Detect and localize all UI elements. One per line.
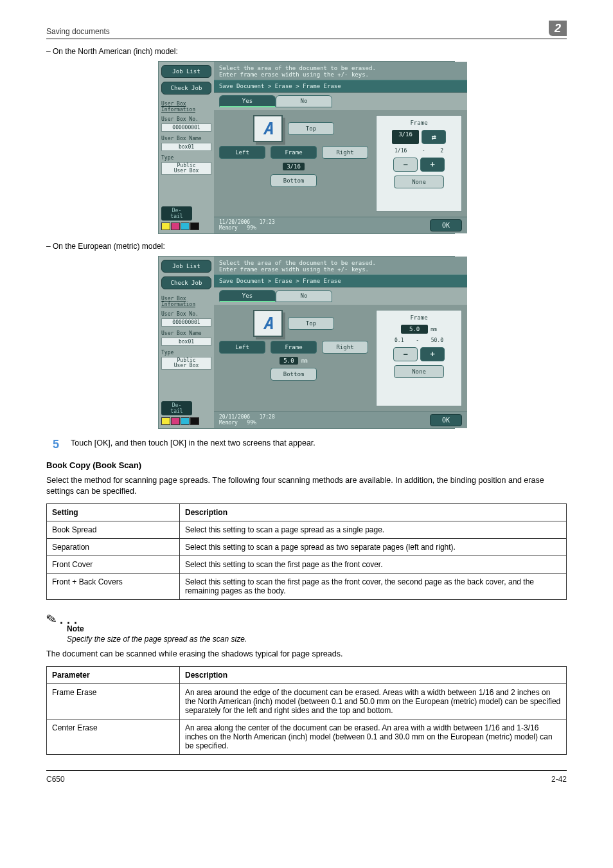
- left-button[interactable]: Left: [219, 341, 265, 354]
- color-indicator: [161, 415, 211, 425]
- chapter-badge: 2: [549, 21, 567, 36]
- userbox-info-label: User Box Information: [161, 101, 211, 113]
- table-row: Frame EraseAn area around the edge of th…: [47, 683, 567, 719]
- instruction-text: Select the area of the document to be er…: [214, 62, 467, 80]
- tab-no[interactable]: No: [276, 290, 332, 302]
- book-copy-intro: Select the method for scanning page spre…: [46, 475, 567, 497]
- bottom-button[interactable]: Bottom: [271, 174, 317, 187]
- note-text: Specify the size of the page spread as t…: [67, 635, 567, 644]
- step-text: Touch [OK], and then touch [OK] in the n…: [71, 438, 315, 449]
- frame-button[interactable]: Frame: [271, 146, 317, 159]
- parameter-table: Parameter Description Frame EraseAn area…: [46, 666, 567, 755]
- top-button[interactable]: Top: [288, 317, 334, 330]
- bullet-eu-text: On the European (metric) model:: [53, 242, 165, 251]
- frame-button[interactable]: Frame: [271, 341, 317, 354]
- plus-button[interactable]: +: [420, 347, 445, 361]
- detail-button[interactable]: De- tail: [161, 401, 192, 415]
- minus-button[interactable]: −: [393, 158, 418, 172]
- width-value: 3/16: [283, 163, 305, 170]
- range-min: 1/16: [395, 148, 407, 154]
- userbox-info-label: User Box Information: [161, 296, 211, 307]
- bullet-na: – On the North American (inch) model:: [46, 47, 567, 56]
- device-screen-eu: Job List Check Job User Box Information …: [158, 256, 455, 429]
- th-description: Description: [180, 503, 567, 521]
- footer-right: 2-42: [551, 775, 567, 784]
- table-row: Book SpreadSelect this setting to scan a…: [47, 521, 567, 538]
- left-button[interactable]: Left: [219, 146, 265, 159]
- range-min: 0.1: [395, 338, 404, 343]
- width-unit: mm: [301, 357, 308, 364]
- userbox-no-label: User Box No.: [161, 311, 211, 317]
- frame-side-panel: Frame 5.0 mm 0.1 - 50.0 −: [376, 310, 462, 406]
- frame-side-panel: Frame 3/16 ⇄ 1/16 - 2 −: [376, 115, 462, 212]
- check-job-button[interactable]: Check Job: [161, 276, 211, 289]
- userbox-name-value: box01: [161, 143, 211, 151]
- detail-button[interactable]: De- tail: [161, 206, 192, 221]
- th-parameter: Parameter: [47, 666, 180, 683]
- book-copy-heading: Book Copy (Book Scan): [46, 460, 567, 470]
- status-datetime: 20/11/2006 17:28 Memory 99%: [219, 415, 275, 426]
- type-value: Public User Box: [161, 357, 211, 370]
- type-label: Type: [161, 155, 211, 161]
- status-datetime: 11/20/2006 17:23 Memory 99%: [219, 220, 275, 231]
- footer-left: C650: [46, 775, 65, 784]
- color-indicator: [161, 221, 211, 230]
- side-title: Frame: [410, 120, 427, 126]
- tab-yes[interactable]: Yes: [219, 290, 276, 302]
- ok-button[interactable]: OK: [430, 414, 462, 426]
- userbox-name-value: box01: [161, 338, 211, 346]
- job-list-button[interactable]: Job List: [161, 65, 211, 78]
- bullet-na-text: On the North American (inch) model:: [53, 47, 178, 56]
- type-value: Public User Box: [161, 162, 211, 175]
- breadcrumb: Save Document > Erase > Frame Erase: [214, 80, 467, 93]
- type-label: Type: [161, 350, 211, 356]
- settings-table: Setting Description Book SpreadSelect th…: [46, 503, 567, 600]
- none-button[interactable]: None: [394, 176, 444, 188]
- userbox-no-value: 000000001: [161, 318, 211, 327]
- table-row: Front CoverSelect this setting to scan t…: [47, 556, 567, 573]
- instruction-text: Select the area of the document to be er…: [214, 257, 467, 275]
- tab-no[interactable]: No: [276, 95, 332, 107]
- table-row: Center EraseAn area along the center of …: [47, 719, 567, 754]
- bottom-button[interactable]: Bottom: [271, 368, 317, 381]
- note-icon: ✎: [45, 610, 58, 628]
- side-unit: mm: [431, 325, 437, 332]
- minus-button[interactable]: −: [393, 347, 418, 361]
- job-list-button[interactable]: Job List: [161, 260, 211, 273]
- right-button[interactable]: Right: [322, 146, 368, 159]
- range-max: 50.0: [431, 338, 443, 343]
- bullet-eu: – On the European (metric) model:: [46, 242, 567, 251]
- step-number: 5: [46, 438, 59, 451]
- device-screen-na: Job List Check Job User Box Information …: [158, 61, 455, 234]
- none-button[interactable]: None: [394, 365, 444, 378]
- top-button[interactable]: Top: [288, 122, 334, 135]
- right-button[interactable]: Right: [322, 341, 368, 354]
- breadcrumb: Save Document > Erase > Frame Erase: [214, 275, 467, 287]
- para-after-note: The document can be scanned while erasin…: [46, 649, 567, 660]
- ok-button[interactable]: OK: [430, 219, 462, 231]
- userbox-no-value: 000000001: [161, 123, 211, 132]
- reset-button[interactable]: ⇄: [422, 130, 446, 144]
- side-value: 3/16: [392, 130, 419, 144]
- side-value: 5.0: [401, 325, 428, 334]
- th-description: Description: [180, 666, 567, 683]
- side-title: Frame: [410, 314, 427, 321]
- check-job-button[interactable]: Check Job: [161, 82, 211, 95]
- userbox-no-label: User Box No.: [161, 116, 211, 122]
- table-row: Front + Back CoversSelect this setting t…: [47, 573, 567, 599]
- plus-button[interactable]: +: [420, 158, 445, 172]
- preview-thumbnail: A: [253, 115, 283, 142]
- note-block: ✎... Note Specify the size of the page s…: [46, 611, 567, 644]
- width-value: 5.0: [280, 357, 298, 365]
- tab-yes[interactable]: Yes: [219, 95, 276, 107]
- userbox-name-label: User Box Name: [161, 136, 211, 141]
- table-row: SeparationSelect this setting to scan a …: [47, 538, 567, 556]
- section-title: Saving documents: [46, 27, 110, 36]
- userbox-name-label: User Box Name: [161, 330, 211, 336]
- range-max: 2: [440, 148, 443, 154]
- preview-thumbnail: A: [253, 310, 283, 337]
- th-setting: Setting: [47, 503, 180, 521]
- note-label: Note: [67, 624, 567, 633]
